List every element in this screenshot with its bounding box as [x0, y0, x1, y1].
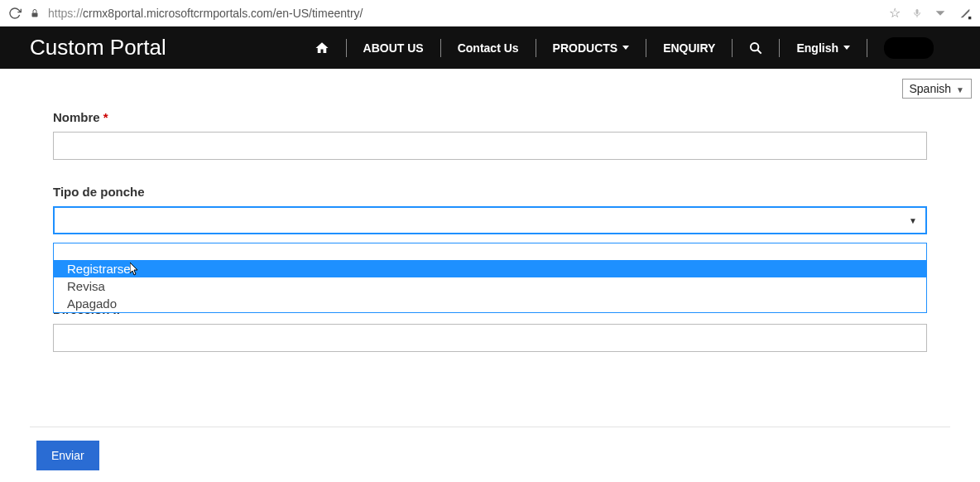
option-empty[interactable]	[54, 243, 926, 260]
option-registrarse[interactable]: Registrarse	[54, 260, 926, 277]
caret-down-icon	[843, 46, 850, 50]
svg-point-4	[751, 43, 758, 51]
submit-button[interactable]: Enviar	[36, 441, 99, 470]
nav-products[interactable]: PRODUCTS	[536, 36, 646, 60]
home-icon	[315, 41, 329, 55]
svg-rect-3	[968, 17, 971, 19]
cursor-icon	[130, 263, 140, 276]
nav-user[interactable]	[867, 36, 950, 60]
nav-language[interactable]: English	[780, 36, 867, 60]
input-ip[interactable]	[53, 324, 927, 352]
label-nombre: Nombre *	[53, 110, 927, 124]
reload-icon[interactable]	[8, 7, 22, 20]
lock-icon	[30, 8, 40, 18]
nav-home[interactable]	[298, 36, 346, 60]
chevron-down-icon[interactable]	[934, 7, 947, 20]
browser-address-bar: https://crmx8portal.microsoftcrmportals.…	[0, 0, 980, 27]
url-display[interactable]: https://crmx8portal.microsoftcrmportals.…	[48, 7, 881, 20]
search-icon	[749, 41, 762, 55]
input-nombre[interactable]	[53, 132, 927, 160]
label-punch-type: Tipo de ponche	[53, 185, 927, 199]
svg-rect-0	[32, 12, 38, 17]
avatar	[884, 37, 934, 59]
top-navigation: Custom Portal ABOUT US Contact Us PRODUC…	[0, 27, 980, 69]
nav-enquiry[interactable]: ENQUIRY	[646, 36, 732, 60]
page-language-switch[interactable]: Spanish▼	[902, 79, 973, 99]
nav-about[interactable]: ABOUT US	[347, 36, 440, 60]
brand-title[interactable]: Custom Portal	[30, 35, 166, 60]
divider	[30, 427, 950, 427]
svg-rect-1	[916, 9, 919, 14]
option-revisa[interactable]: Revisa	[54, 277, 926, 295]
star-icon[interactable]: ☆	[889, 5, 901, 21]
svg-line-5	[757, 50, 761, 54]
nav-search[interactable]	[733, 36, 779, 60]
nav-contact[interactable]: Contact Us	[441, 36, 536, 60]
dropdown-punch-type: Registrarse Revisa Apagado	[53, 243, 927, 313]
caret-down-icon	[622, 46, 629, 50]
eyedropper-icon[interactable]	[958, 7, 972, 20]
option-apagado[interactable]: Apagado	[54, 295, 926, 312]
select-punch-type[interactable]: ▼	[53, 206, 927, 234]
mic-icon[interactable]	[912, 7, 922, 19]
